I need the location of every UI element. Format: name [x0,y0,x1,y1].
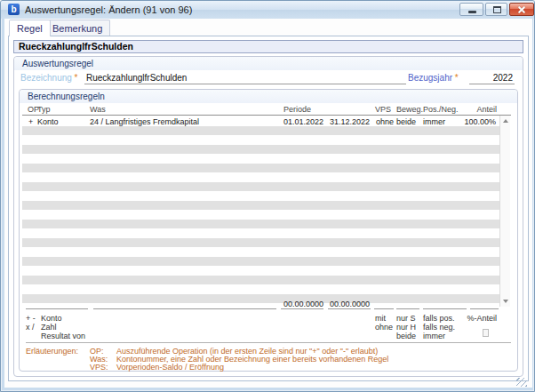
entry-anteil-field[interactable] [470,300,499,309]
legend-typ-2: Zahl [41,323,57,332]
group-title-berechnungsregeln: Berechnungsregeln [28,92,105,101]
scroll-up-icon[interactable] [503,119,508,123]
col-header-beweg: Beweg. [396,105,423,114]
cell-typ: Konto [37,117,59,126]
minimize-icon [468,11,476,13]
col-header-typ: Typ [37,105,51,114]
cell-beweg: beide [396,117,416,126]
maximize-icon [493,6,501,13]
anteil-mini-input[interactable] [483,329,489,337]
legend-anteil: %-Anteil [436,314,497,323]
entry-op-field[interactable] [26,300,88,309]
scroll-down-icon[interactable] [503,300,508,303]
entry-periode-von-field[interactable]: 00.00.0000 [281,300,323,309]
app-window: b Auswertungsregel: Ändern (91 von 96) R… [0,0,535,392]
legend-beweg-2: nur H [396,323,416,332]
entry-periode-bis-field[interactable]: 00.00.0000 [328,300,371,309]
required-mark: * [455,73,459,83]
legend-beweg-3: beide [396,332,416,340]
required-mark: * [75,73,78,83]
col-header-was: Was [90,105,106,114]
entry-was-field[interactable] [93,300,276,309]
cell-anteil: 100.00% [436,117,496,126]
cell-op: + [28,117,33,126]
legend-beweg-1: nur S [396,314,416,323]
resize-grip-icon[interactable] [516,378,527,387]
cell-vps: ohne [376,117,394,126]
legend-vps-2: ohne [375,323,393,332]
legend-posneg-2: falls neg. [423,323,455,332]
title-bar[interactable]: b Auswertungsregel: Ändern (91 von 96) [1,1,534,19]
legend-op-2: x / [26,323,35,332]
rule-name-header: RueckzahlunglfrSchulden [13,40,523,53]
bezugsjahr-input[interactable]: 2022 [469,73,515,84]
tab-regel[interactable]: Regel [9,20,51,36]
col-header-anteil: Anteil [436,105,497,114]
table-empty-rows[interactable] [22,126,499,307]
legend-typ-3: Resultat von [41,332,85,340]
bezeichnung-label: Bezeichnung * [20,73,78,83]
table-row[interactable]: + Konto 24 / Langfristiges Fremdkapital … [22,116,499,125]
entry-beweg-field[interactable] [396,300,419,309]
cell-periode-bis: 31.12.2022 [330,117,370,126]
maximize-button[interactable] [485,3,507,16]
app-icon: b [8,4,20,15]
notes-label: Erläuterungen: [26,347,78,356]
entry-vps-field[interactable] [374,300,394,309]
tab-bemerkung[interactable]: Bemerkung [44,20,110,36]
cell-was: 24 / Langfristiges Fremdkapital [90,117,199,126]
note-text-vps: Vorperioden-Saldo / Eröffnung [116,363,224,372]
close-button[interactable] [509,3,534,16]
note-term-vps: VPS: [90,363,108,372]
notes-divider [26,342,511,343]
cell-periode-von: 01.01.2022 [283,117,323,126]
window-title: Auswertungsregel: Ändern (91 von 96) [25,4,192,15]
legend-vps-1: mit [375,314,386,323]
col-header-vps: VPS [375,105,391,114]
legend-posneg-3: immer [423,332,445,340]
minimize-button[interactable] [459,3,483,16]
group-title-auswertungsregel: Auswertungsregel [22,59,93,68]
legend-op-1: + - [26,314,36,323]
entry-posneg-field[interactable] [423,300,467,309]
col-header-periode: Periode [283,105,311,114]
bezugsjahr-label: Bezugsjahr * [408,73,459,83]
table-scrollbar[interactable] [499,116,510,307]
legend-typ-1: Konto [41,314,62,323]
bezeichnung-input[interactable]: RueckzahlunglfrSchulden [84,73,406,84]
